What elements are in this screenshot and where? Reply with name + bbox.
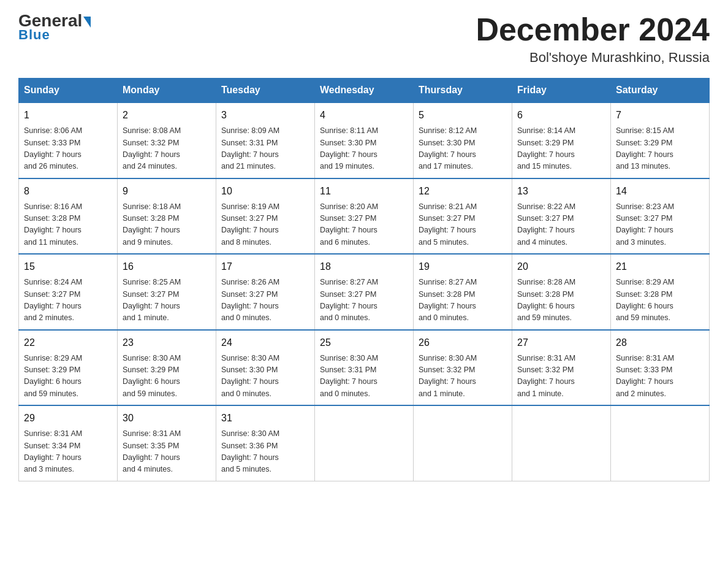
day-number: 13 bbox=[517, 184, 605, 199]
month-title: December 2024 bbox=[476, 12, 710, 47]
weekday-header-saturday: Saturday bbox=[611, 79, 710, 103]
weekday-header-thursday: Thursday bbox=[414, 79, 512, 103]
calendar-cell: 20Sunrise: 8:28 AM Sunset: 3:28 PM Dayli… bbox=[512, 254, 611, 330]
calendar-week-3: 15Sunrise: 8:24 AM Sunset: 3:27 PM Dayli… bbox=[19, 254, 710, 330]
day-number: 16 bbox=[123, 259, 211, 274]
day-info: Sunrise: 8:25 AM Sunset: 3:27 PM Dayligh… bbox=[123, 277, 211, 324]
calendar-week-2: 8Sunrise: 8:16 AM Sunset: 3:28 PM Daylig… bbox=[19, 178, 710, 255]
day-number: 15 bbox=[24, 259, 112, 274]
day-info: Sunrise: 8:31 AM Sunset: 3:35 PM Dayligh… bbox=[123, 428, 211, 476]
weekday-header-row: SundayMondayTuesdayWednesdayThursdayFrid… bbox=[19, 79, 710, 103]
day-number: 27 bbox=[517, 335, 605, 350]
calendar-cell: 23Sunrise: 8:30 AM Sunset: 3:29 PM Dayli… bbox=[118, 330, 216, 406]
day-number: 31 bbox=[221, 411, 309, 426]
day-info: Sunrise: 8:26 AM Sunset: 3:27 PM Dayligh… bbox=[221, 277, 309, 324]
calendar-cell: 16Sunrise: 8:25 AM Sunset: 3:27 PM Dayli… bbox=[118, 254, 216, 330]
day-info: Sunrise: 8:27 AM Sunset: 3:28 PM Dayligh… bbox=[419, 277, 507, 324]
day-number: 10 bbox=[221, 184, 309, 199]
weekday-header-sunday: Sunday bbox=[19, 79, 118, 103]
day-number: 8 bbox=[24, 184, 112, 199]
calendar-table: SundayMondayTuesdayWednesdayThursdayFrid… bbox=[18, 78, 710, 481]
weekday-header-wednesday: Wednesday bbox=[315, 79, 414, 103]
page-header: General Blue December 2024 Bol'shoye Mur… bbox=[18, 12, 710, 66]
calendar-cell: 19Sunrise: 8:27 AM Sunset: 3:28 PM Dayli… bbox=[414, 254, 512, 330]
calendar-cell: 27Sunrise: 8:31 AM Sunset: 3:32 PM Dayli… bbox=[512, 330, 611, 406]
day-info: Sunrise: 8:31 AM Sunset: 3:33 PM Dayligh… bbox=[616, 353, 704, 400]
day-number: 5 bbox=[419, 108, 507, 123]
day-number: 29 bbox=[24, 411, 112, 426]
day-number: 12 bbox=[419, 184, 507, 199]
calendar-cell bbox=[611, 405, 710, 481]
day-number: 2 bbox=[123, 108, 211, 123]
calendar-cell bbox=[414, 405, 512, 481]
day-info: Sunrise: 8:31 AM Sunset: 3:34 PM Dayligh… bbox=[24, 428, 112, 476]
day-info: Sunrise: 8:28 AM Sunset: 3:28 PM Dayligh… bbox=[517, 277, 605, 324]
calendar-cell bbox=[315, 405, 414, 481]
day-number: 4 bbox=[320, 108, 408, 123]
day-number: 7 bbox=[616, 108, 704, 123]
calendar-cell: 1Sunrise: 8:06 AM Sunset: 3:33 PM Daylig… bbox=[19, 102, 118, 178]
calendar-cell: 31Sunrise: 8:30 AM Sunset: 3:36 PM Dayli… bbox=[216, 405, 315, 481]
day-info: Sunrise: 8:29 AM Sunset: 3:29 PM Dayligh… bbox=[24, 353, 112, 400]
day-info: Sunrise: 8:16 AM Sunset: 3:28 PM Dayligh… bbox=[24, 201, 112, 249]
calendar-week-4: 22Sunrise: 8:29 AM Sunset: 3:29 PM Dayli… bbox=[19, 330, 710, 406]
weekday-header-friday: Friday bbox=[512, 79, 611, 103]
calendar-cell: 7Sunrise: 8:15 AM Sunset: 3:29 PM Daylig… bbox=[611, 102, 710, 178]
weekday-header-monday: Monday bbox=[118, 79, 216, 103]
calendar-week-1: 1Sunrise: 8:06 AM Sunset: 3:33 PM Daylig… bbox=[19, 102, 710, 178]
calendar-body: 1Sunrise: 8:06 AM Sunset: 3:33 PM Daylig… bbox=[19, 102, 710, 481]
day-number: 1 bbox=[24, 108, 112, 123]
day-info: Sunrise: 8:09 AM Sunset: 3:31 PM Dayligh… bbox=[221, 125, 309, 173]
day-info: Sunrise: 8:30 AM Sunset: 3:32 PM Dayligh… bbox=[419, 353, 507, 400]
title-area: December 2024 Bol'shoye Murashkino, Russ… bbox=[476, 12, 710, 66]
calendar-cell: 12Sunrise: 8:21 AM Sunset: 3:27 PM Dayli… bbox=[414, 178, 512, 255]
calendar-cell: 28Sunrise: 8:31 AM Sunset: 3:33 PM Dayli… bbox=[611, 330, 710, 406]
calendar-cell: 17Sunrise: 8:26 AM Sunset: 3:27 PM Dayli… bbox=[216, 254, 315, 330]
calendar-cell: 18Sunrise: 8:27 AM Sunset: 3:27 PM Dayli… bbox=[315, 254, 414, 330]
day-info: Sunrise: 8:21 AM Sunset: 3:27 PM Dayligh… bbox=[419, 201, 507, 249]
day-info: Sunrise: 8:30 AM Sunset: 3:29 PM Dayligh… bbox=[123, 353, 211, 400]
weekday-header-tuesday: Tuesday bbox=[216, 79, 315, 103]
day-number: 28 bbox=[616, 335, 704, 350]
calendar-cell: 6Sunrise: 8:14 AM Sunset: 3:29 PM Daylig… bbox=[512, 102, 611, 178]
day-info: Sunrise: 8:15 AM Sunset: 3:29 PM Dayligh… bbox=[616, 125, 704, 173]
day-info: Sunrise: 8:22 AM Sunset: 3:27 PM Dayligh… bbox=[517, 201, 605, 249]
day-info: Sunrise: 8:30 AM Sunset: 3:31 PM Dayligh… bbox=[320, 353, 408, 400]
calendar-cell: 15Sunrise: 8:24 AM Sunset: 3:27 PM Dayli… bbox=[19, 254, 118, 330]
day-number: 20 bbox=[517, 259, 605, 274]
day-info: Sunrise: 8:31 AM Sunset: 3:32 PM Dayligh… bbox=[517, 353, 605, 400]
day-number: 14 bbox=[616, 184, 704, 199]
calendar-cell: 9Sunrise: 8:18 AM Sunset: 3:28 PM Daylig… bbox=[118, 178, 216, 255]
logo-blue: Blue bbox=[18, 27, 50, 43]
day-number: 9 bbox=[123, 184, 211, 199]
day-number: 30 bbox=[123, 411, 211, 426]
calendar-cell: 3Sunrise: 8:09 AM Sunset: 3:31 PM Daylig… bbox=[216, 102, 315, 178]
logo: General Blue bbox=[18, 12, 91, 43]
calendar-cell: 13Sunrise: 8:22 AM Sunset: 3:27 PM Dayli… bbox=[512, 178, 611, 255]
day-info: Sunrise: 8:30 AM Sunset: 3:36 PM Dayligh… bbox=[221, 428, 309, 476]
calendar-cell: 22Sunrise: 8:29 AM Sunset: 3:29 PM Dayli… bbox=[19, 330, 118, 406]
day-number: 24 bbox=[221, 335, 309, 350]
calendar-cell: 4Sunrise: 8:11 AM Sunset: 3:30 PM Daylig… bbox=[315, 102, 414, 178]
day-info: Sunrise: 8:18 AM Sunset: 3:28 PM Dayligh… bbox=[123, 201, 211, 249]
day-info: Sunrise: 8:24 AM Sunset: 3:27 PM Dayligh… bbox=[24, 277, 112, 324]
day-info: Sunrise: 8:14 AM Sunset: 3:29 PM Dayligh… bbox=[517, 125, 605, 173]
calendar-cell: 10Sunrise: 8:19 AM Sunset: 3:27 PM Dayli… bbox=[216, 178, 315, 255]
day-info: Sunrise: 8:08 AM Sunset: 3:32 PM Dayligh… bbox=[123, 125, 211, 173]
day-info: Sunrise: 8:23 AM Sunset: 3:27 PM Dayligh… bbox=[616, 201, 704, 249]
day-info: Sunrise: 8:20 AM Sunset: 3:27 PM Dayligh… bbox=[320, 201, 408, 249]
day-number: 23 bbox=[123, 335, 211, 350]
day-info: Sunrise: 8:19 AM Sunset: 3:27 PM Dayligh… bbox=[221, 201, 309, 249]
logo-triangle-icon bbox=[83, 17, 91, 28]
calendar-cell: 2Sunrise: 8:08 AM Sunset: 3:32 PM Daylig… bbox=[118, 102, 216, 178]
calendar-week-5: 29Sunrise: 8:31 AM Sunset: 3:34 PM Dayli… bbox=[19, 405, 710, 481]
calendar-cell: 29Sunrise: 8:31 AM Sunset: 3:34 PM Dayli… bbox=[19, 405, 118, 481]
calendar-header: SundayMondayTuesdayWednesdayThursdayFrid… bbox=[19, 79, 710, 103]
calendar-cell: 5Sunrise: 8:12 AM Sunset: 3:30 PM Daylig… bbox=[414, 102, 512, 178]
calendar-cell: 24Sunrise: 8:30 AM Sunset: 3:30 PM Dayli… bbox=[216, 330, 315, 406]
day-number: 18 bbox=[320, 259, 408, 274]
day-info: Sunrise: 8:12 AM Sunset: 3:30 PM Dayligh… bbox=[419, 125, 507, 173]
day-info: Sunrise: 8:06 AM Sunset: 3:33 PM Dayligh… bbox=[24, 125, 112, 173]
day-number: 11 bbox=[320, 184, 408, 199]
day-info: Sunrise: 8:30 AM Sunset: 3:30 PM Dayligh… bbox=[221, 353, 309, 400]
